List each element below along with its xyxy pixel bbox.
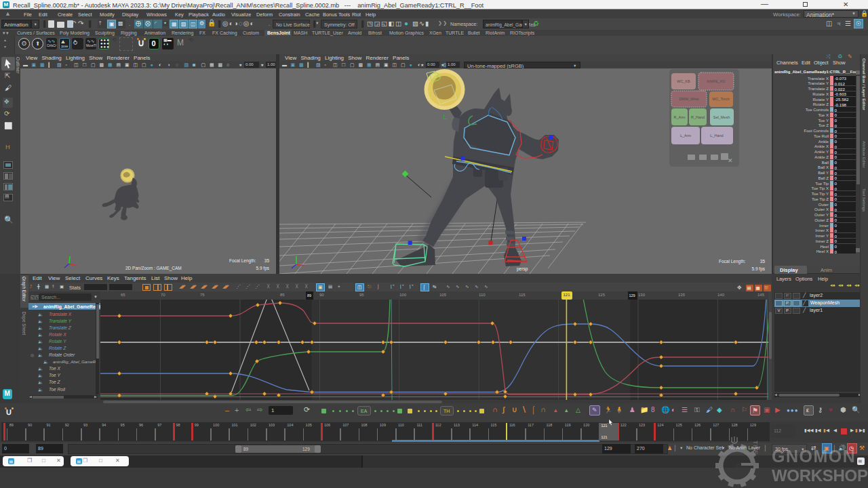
svg-text:KNIFE_KG: KNIFE_KG [707,79,725,83]
svg-text:R_Hand: R_Hand [691,115,705,119]
svg-text:Focal Length:: Focal Length: [229,258,256,264]
svg-text:Sel_Mesh: Sel_Mesh [713,115,730,119]
svg-text:WC_Torch: WC_Torch [712,97,730,101]
svg-text:persp: persp [517,266,528,272]
svg-text:L_Hand: L_Hand [710,134,723,138]
svg-text:DMW_Wrist: DMW_Wrist [679,97,699,101]
svg-text:2D Pan/Zoom : GAME_CAM: 2D Pan/Zoom : GAME_CAM [125,266,182,271]
svg-text:Focal Length:: Focal Length: [719,259,746,264]
svg-text:35: 35 [760,259,766,264]
svg-text:5.9 fps: 5.9 fps [751,266,765,272]
svg-text:✕: ✕ [728,157,733,164]
svg-text:GNOMON: GNOMON [772,447,856,466]
svg-text:R_Arm: R_Arm [673,115,686,119]
svg-text:L_Arm: L_Arm [680,134,692,138]
svg-text:35: 35 [264,258,270,263]
svg-text:5.9 fps: 5.9 fps [256,266,269,271]
svg-text:WORKSHOP: WORKSHOP [772,466,868,485]
svg-text:THE: THE [752,441,759,455]
svg-text:WC_KB: WC_KB [677,79,690,83]
